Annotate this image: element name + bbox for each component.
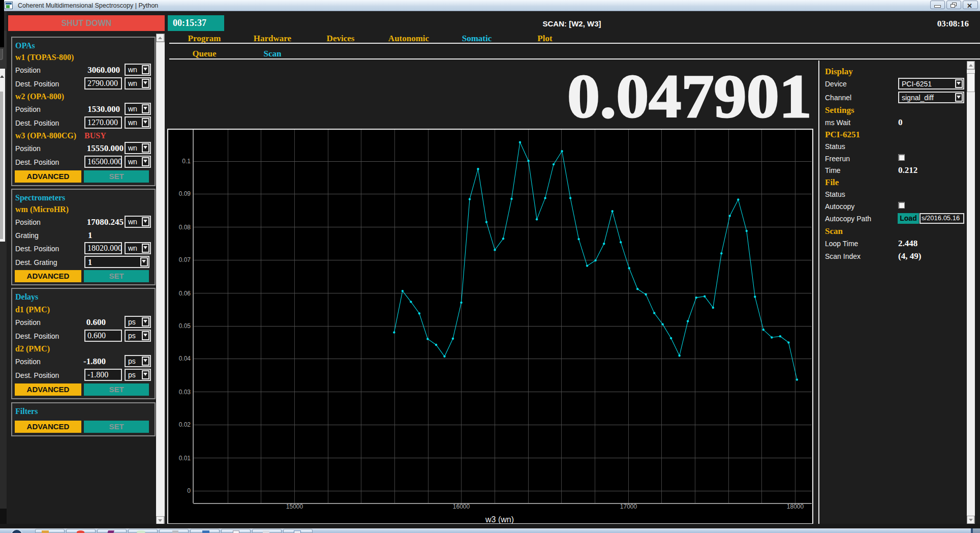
svg-text:0.02: 0.02 — [179, 421, 191, 428]
svg-text:18000: 18000 — [787, 503, 804, 510]
svg-text:0.09: 0.09 — [179, 190, 191, 197]
svg-text:16000: 16000 — [453, 503, 470, 510]
svg-text:0.1: 0.1 — [182, 158, 191, 165]
svg-text:0.06: 0.06 — [179, 290, 191, 297]
svg-text:0: 0 — [187, 487, 191, 494]
svg-text:w3 (wn): w3 (wn) — [485, 515, 514, 524]
svg-text:0.08: 0.08 — [179, 224, 191, 231]
svg-text:0.04: 0.04 — [179, 355, 191, 362]
svg-text:15000: 15000 — [286, 503, 303, 510]
svg-text:17000: 17000 — [620, 503, 637, 510]
svg-text:0.01: 0.01 — [179, 455, 191, 462]
svg-text:0.07: 0.07 — [179, 256, 191, 263]
svg-text:0.05: 0.05 — [179, 322, 191, 330]
svg-text:0.03: 0.03 — [179, 389, 191, 396]
